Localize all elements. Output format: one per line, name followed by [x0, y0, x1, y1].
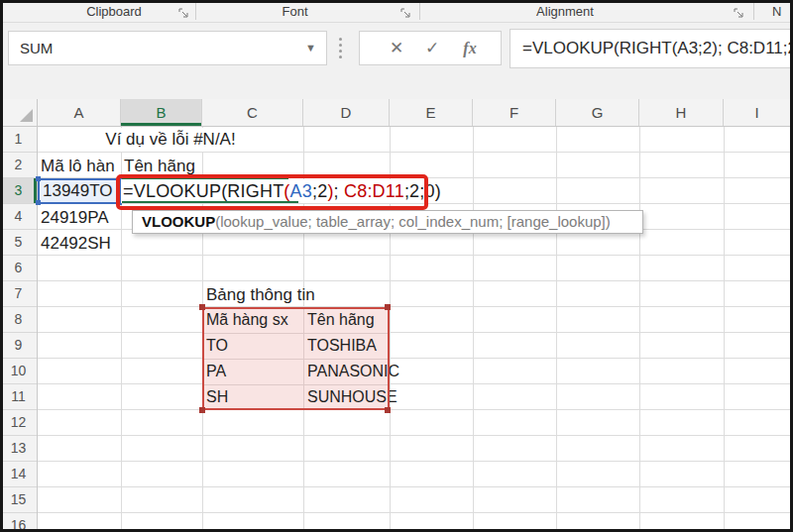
chevron-down-icon[interactable]: ▼: [305, 32, 316, 64]
cell-c8[interactable]: Mã hàng sx: [206, 309, 288, 331]
column-header-B[interactable]: B: [121, 99, 202, 126]
column-header-G[interactable]: G: [556, 99, 639, 126]
dialog-launcher-icon[interactable]: [400, 5, 411, 16]
cell-a5[interactable]: 42492SH: [41, 232, 120, 256]
reference-handle[interactable]: [36, 176, 41, 181]
cell-a1-title[interactable]: Ví dụ về lỗi #N/A!: [39, 128, 302, 152]
formula-bar-input[interactable]: =VLOOKUP(RIGHT(A3;2); C8:D11;2: [510, 29, 793, 68]
group-separator: [753, 2, 754, 20]
column-header-I[interactable]: I: [724, 99, 791, 126]
row-header-14[interactable]: 14: [0, 462, 37, 487]
tooltip-arguments: (lookup_value; table_array; col_index_nu…: [215, 213, 611, 230]
row-header-15[interactable]: 15: [0, 487, 37, 513]
formula-bar-text: =VLOOKUP(RIGHT(A3;2); C8:D11;2: [522, 30, 792, 67]
row-header-10[interactable]: 10: [0, 359, 37, 384]
cell-a2[interactable]: Mã lô hàn: [41, 155, 121, 178]
row-headers: 12345678910111213141516: [0, 127, 38, 529]
cell-c9[interactable]: TO: [206, 335, 228, 357]
name-box[interactable]: SUM ▼: [8, 31, 327, 65]
column-header-H[interactable]: H: [639, 99, 724, 126]
ribbon-group-font: Font: [238, 2, 352, 21]
cell-c7[interactable]: Bảng thông tin: [206, 283, 365, 307]
row-header-5[interactable]: 5: [0, 230, 37, 256]
ribbon-group-number: N: [772, 2, 790, 21]
name-box-value: SUM: [20, 32, 53, 64]
column-header-E[interactable]: E: [390, 99, 473, 126]
formula-bar-buttons: ✕ ✓ fx: [359, 31, 502, 65]
row-header-9[interactable]: 9: [0, 333, 37, 359]
formula-bar-drag-handle[interactable]: [339, 38, 343, 61]
select-all-button[interactable]: [0, 99, 38, 127]
row-header-3[interactable]: 3: [0, 178, 37, 204]
cell-d10[interactable]: PANASONIC: [307, 361, 399, 382]
row-header-13[interactable]: 13: [0, 436, 37, 462]
range-handle[interactable]: [199, 304, 205, 310]
column-headers: ABCDEFGHI: [38, 99, 791, 127]
gridline: [639, 127, 640, 529]
column-header-D[interactable]: D: [303, 99, 390, 126]
cancel-icon[interactable]: ✕: [382, 32, 411, 64]
row-header-6[interactable]: 6: [0, 256, 37, 281]
ribbon-groups-bar: Clipboard Font Alignment N: [0, 0, 793, 23]
ribbon-group-alignment: Alignment: [501, 2, 629, 21]
cell-c10[interactable]: PA: [206, 361, 226, 382]
cell-c11[interactable]: SH: [206, 386, 228, 408]
cell-a4[interactable]: 24919PA: [41, 206, 120, 230]
group-separator: [195, 2, 196, 20]
cell-a3-referenced[interactable]: 13949TO: [38, 178, 121, 204]
row-header-1[interactable]: 1: [0, 127, 37, 153]
insert-function-icon[interactable]: fx: [455, 32, 485, 64]
range-handle[interactable]: [385, 407, 391, 413]
row-header-2[interactable]: 2: [0, 153, 37, 178]
enter-icon[interactable]: ✓: [417, 32, 447, 64]
row-header-8[interactable]: 8: [0, 307, 37, 333]
dialog-launcher-icon[interactable]: [178, 5, 189, 16]
gridline: [204, 333, 388, 334]
gridline: [473, 127, 474, 529]
reference-handle[interactable]: [36, 200, 41, 205]
row-header-16[interactable]: 16: [0, 513, 37, 529]
column-header-C[interactable]: C: [202, 99, 303, 126]
gridline: [724, 127, 725, 529]
range-handle[interactable]: [385, 304, 391, 310]
dialog-launcher-icon[interactable]: [734, 5, 744, 16]
gridline: [556, 127, 557, 529]
tooltip-function-name: VLOOKUP: [142, 213, 215, 230]
range-handle[interactable]: [199, 407, 205, 413]
excel-window: Clipboard Font Alignment N SUM ▼ ✕ ✓ fx …: [0, 0, 793, 532]
row-header-11[interactable]: 11: [0, 384, 37, 410]
cell-d8[interactable]: Tên hãng: [307, 309, 375, 331]
row-header-12[interactable]: 12: [0, 410, 37, 436]
column-header-A[interactable]: A: [38, 99, 121, 126]
gridline: [204, 384, 388, 385]
function-tooltip: VLOOKUP(lookup_value; table_array; col_i…: [132, 210, 643, 234]
reference-range-border: [388, 307, 390, 410]
group-separator: [419, 2, 420, 20]
cell-d9[interactable]: TOSHIBA: [307, 335, 377, 357]
red-annotation-box: [116, 174, 428, 210]
cell-a3-value: 13949TO: [43, 180, 113, 202]
column-header-F[interactable]: F: [473, 99, 556, 126]
ribbon-group-clipboard: Clipboard: [55, 2, 173, 21]
row-header-7[interactable]: 7: [0, 281, 37, 307]
cell-d11[interactable]: SUNHOUSE: [307, 386, 397, 408]
row-header-4[interactable]: 4: [0, 204, 37, 230]
select-all-icon: [20, 109, 33, 122]
gridline: [204, 359, 388, 360]
